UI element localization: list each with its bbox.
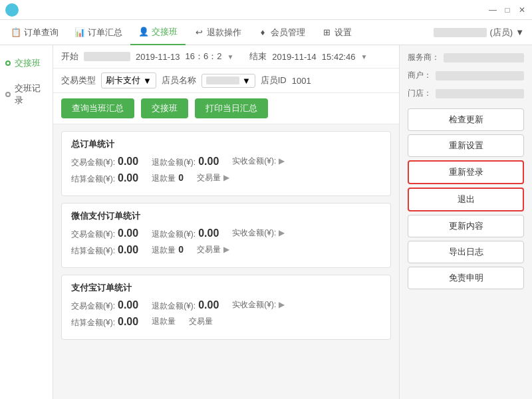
- order-query-icon: 📋: [11, 27, 21, 38]
- total-orders-row1: 交易金额(¥): 0.00 退款金额(¥): 0.00 实收金额(¥): ▶: [71, 156, 381, 168]
- alipay-actual-label: 实收金额(¥):: [232, 299, 276, 311]
- staff-name-select[interactable]: ▼: [201, 74, 255, 88]
- trade-type-select[interactable]: 刷卡支付 ▼: [101, 72, 156, 88]
- staff-name-placeholder: [206, 76, 239, 84]
- nav-member-mgmt-label: 会员管理: [271, 27, 305, 39]
- alipay-settle-value: 0.00: [118, 316, 138, 328]
- total-refund-amount: 退款金额(¥): 0.00: [152, 156, 219, 168]
- alipay-trade-count-label: 交易量: [189, 316, 213, 327]
- reset-button[interactable]: 重新设置: [408, 134, 524, 157]
- close-button[interactable]: ✕: [517, 5, 527, 15]
- wechat-actual-label: 实收金额(¥):: [232, 227, 276, 239]
- nav-order-query[interactable]: 📋 订单查询: [3, 20, 66, 45]
- staff-name-arrow: ▼: [242, 76, 251, 86]
- maximize-button[interactable]: □: [503, 5, 512, 15]
- sidebar-item-shift-records[interactable]: 交班记录: [0, 76, 53, 113]
- update-content-button[interactable]: 更新内容: [408, 215, 524, 237]
- sidebar-item-shift-handover[interactable]: 交接班: [0, 51, 53, 76]
- start-label: 开始: [61, 51, 78, 63]
- wechat-actual-amount: 实收金额(¥): ▶: [232, 227, 285, 240]
- alipay-orders-title: 支付宝订单统计: [71, 282, 381, 294]
- window-controls: — □ ✕: [488, 5, 527, 15]
- alipay-trade-value: 0.00: [118, 299, 138, 311]
- merchant-row: 商户：: [408, 70, 524, 81]
- check-update-button[interactable]: 检查更新: [408, 108, 524, 131]
- alipay-refund-count-label: 退款量: [152, 316, 176, 327]
- total-orders-row2: 结算金额(¥): 0.00 退款量 0 交易量 ▶: [71, 172, 381, 185]
- wechat-settle-value: 0.00: [118, 244, 138, 256]
- total-refund-count: 退款量 0: [152, 172, 184, 185]
- staff-id-value: 1001: [292, 76, 311, 86]
- wechat-trade-value: 0.00: [118, 227, 138, 239]
- wechat-trade-amount: 交易金额(¥): 0.00: [71, 227, 138, 240]
- wechat-orders-row1: 交易金额(¥): 0.00 退款金额(¥): 0.00 实收金额(¥): ▶: [71, 227, 381, 240]
- merchant-value: [436, 71, 524, 80]
- print-summary-button[interactable]: 打印当日汇总: [195, 98, 268, 118]
- top-controls: 开始 2019-11-13 16：6：2 ▼ 结束 2019-11-14 15:…: [53, 45, 399, 68]
- wechat-refund-count-label: 退款量: [152, 245, 176, 256]
- service-label: 服务商：: [408, 52, 440, 63]
- trade-type-value: 刷卡支付: [106, 74, 140, 86]
- wechat-refund-value: 0.00: [198, 227, 219, 239]
- shift-handover-button[interactable]: 交接班: [141, 98, 188, 118]
- total-trade-count-label: 交易量: [197, 172, 221, 184]
- wechat-trade-label: 交易金额(¥):: [71, 229, 115, 240]
- total-actual-cut: ▶: [279, 156, 285, 166]
- total-actual-amount: 实收金额(¥): ▶: [232, 156, 285, 168]
- wechat-refund-amount: 退款金额(¥): 0.00: [152, 227, 219, 240]
- start-dropdown-icon[interactable]: ▼: [227, 53, 233, 61]
- sidebar-item-handover-label: 交接班: [15, 57, 41, 69]
- nav-bar: 📋 订单查询 📊 订单汇总 👤 交接班 ↩ 退款操作 ♦ 会员管理 ⊞ 设置 (…: [0, 20, 532, 45]
- wechat-refund-count: 退款量 0: [152, 244, 184, 257]
- order-summary-icon: 📊: [74, 27, 85, 38]
- relogin-button[interactable]: 重新登录: [408, 160, 524, 184]
- query-summary-button[interactable]: 查询当班汇总: [61, 98, 134, 118]
- total-actual-label: 实收金额(¥):: [232, 156, 276, 167]
- nav-user[interactable]: (店员) ▼: [426, 27, 532, 39]
- minimize-button[interactable]: —: [488, 5, 497, 15]
- nav-settings[interactable]: ⊞ 设置: [313, 20, 360, 45]
- total-trade-label: 交易金额(¥):: [71, 157, 115, 168]
- wechat-settle-label: 结算金额(¥):: [71, 245, 115, 257]
- total-refund-value: 0.00: [198, 156, 219, 168]
- end-date-text: 2019-11-14: [272, 52, 317, 62]
- total-orders-section: 总订单统计 交易金额(¥): 0.00 退款金额(¥): 0.00 实收金额(¥…: [61, 131, 391, 196]
- export-log-button[interactable]: 导出日志: [408, 241, 524, 263]
- nav-refund-ops[interactable]: ↩ 退款操作: [186, 20, 249, 45]
- nav-shift-handover[interactable]: 👤 交接班: [130, 20, 186, 45]
- alipay-refund-count: 退款量: [152, 316, 176, 329]
- total-trade-amount: 交易金额(¥): 0.00: [71, 156, 138, 168]
- wechat-orders-row2: 结算金额(¥): 0.00 退款量 0 交易量 ▶: [71, 244, 381, 257]
- total-orders-title: 总订单统计: [71, 138, 381, 150]
- nav-member-mgmt[interactable]: ♦ 会员管理: [249, 20, 313, 45]
- end-dropdown-icon[interactable]: ▼: [360, 53, 367, 61]
- wechat-refund-label: 退款金额(¥):: [152, 229, 196, 240]
- wechat-settle-amount: 结算金额(¥): 0.00: [71, 244, 138, 257]
- wechat-trade-cut: ▶: [223, 245, 229, 254]
- sidebar: 交接班 交班记录: [0, 45, 53, 399]
- alipay-refund-value: 0.00: [198, 299, 219, 311]
- store-label: 门店：: [408, 88, 432, 99]
- total-settle-amount: 结算金额(¥): 0.00: [71, 172, 138, 185]
- stats-area: 总订单统计 交易金额(¥): 0.00 退款金额(¥): 0.00 实收金额(¥…: [53, 124, 399, 399]
- wechat-orders-section: 微信支付订单统计 交易金额(¥): 0.00 退款金额(¥): 0.00 实收金…: [61, 203, 391, 268]
- alipay-actual-cut: ▶: [279, 300, 285, 309]
- right-panel: 服务商： 商户： 门店： 检查更新 重新设置 重新登录 退出 更新内容 导出日志…: [399, 45, 532, 399]
- nav-settings-label: 设置: [334, 27, 352, 39]
- alipay-trade-label: 交易金额(¥):: [71, 301, 115, 312]
- nav-order-query-label: 订单查询: [24, 27, 59, 39]
- alipay-trade-amount: 交易金额(¥): 0.00: [71, 299, 138, 312]
- alipay-actual-amount: 实收金额(¥): ▶: [232, 299, 285, 312]
- logout-button[interactable]: 退出: [408, 188, 524, 211]
- alipay-settle-label: 结算金额(¥):: [71, 317, 115, 329]
- nav-order-summary[interactable]: 📊 订单汇总: [66, 20, 130, 45]
- total-trade-value: 0.00: [118, 156, 138, 168]
- disclaimer-button[interactable]: 免责申明: [408, 267, 524, 289]
- nav-shift-handover-label: 交接班: [152, 26, 178, 38]
- alipay-settle-amount: 结算金额(¥): 0.00: [71, 316, 138, 329]
- alipay-orders-row1: 交易金额(¥): 0.00 退款金额(¥): 0.00 实收金额(¥): ▶: [71, 299, 381, 312]
- start-time-text: 16：6：2: [186, 51, 222, 63]
- action-buttons: 查询当班汇总 交接班 打印当日汇总: [53, 93, 399, 124]
- total-settle-value: 0.00: [118, 172, 138, 184]
- refund-ops-icon: ↩: [194, 27, 204, 38]
